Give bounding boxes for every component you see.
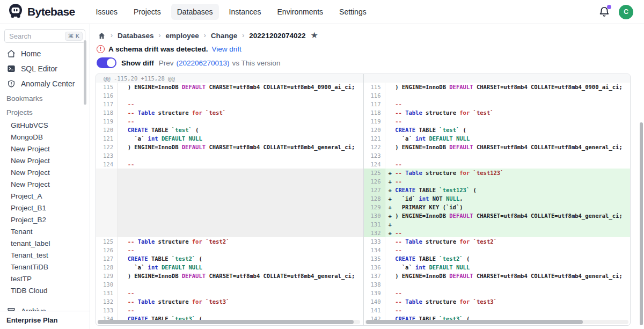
line-number: 132 [364, 229, 385, 237]
nav-right: C [598, 5, 636, 19]
diff-view: @@ -115,20 +115,28 @@115 ) ENGINE=InnoDB… [96, 74, 631, 326]
sidebar-project-item[interactable]: TenantTiDB [0, 261, 90, 273]
diff-line: 140 -- Table structure for `test3` [364, 297, 631, 306]
sidebar-project-item[interactable]: tenant_label [0, 237, 90, 249]
nav-item-instances[interactable]: Instances [223, 4, 267, 20]
line-number: 116 [96, 91, 118, 100]
sidebar-project-item[interactable]: Project_B2 [0, 214, 90, 225]
diff-pane-previous: @@ -115,20 +115,28 @@115 ) ENGINE=InnoDB… [96, 74, 363, 325]
line-code: `a` int DEFAULT NULL [385, 263, 631, 272]
sidebar-project-item[interactable]: New Project [0, 166, 90, 178]
line-code: -- Table structure for `test3` [118, 297, 363, 306]
prev-version-link[interactable]: (202206270013) [177, 59, 230, 67]
primary-nav: IssuesProjectsDatabasesInstancesEnvironm… [90, 4, 372, 20]
sidebar-item-label: Anomaly Center [21, 79, 75, 88]
diff-line: 138 [364, 280, 631, 289]
bookmark-star-icon[interactable]: ★ [310, 31, 318, 40]
sidebar-project-item[interactable]: testTP [0, 273, 90, 284]
line-number: 141 [364, 306, 385, 315]
sidebar-item-sql-editor[interactable]: SQL Editor [0, 61, 90, 76]
sidebar-project-item[interactable]: New Project [0, 155, 90, 166]
diff-line: 136 `a` int DEFAULT NULL [364, 263, 631, 272]
diff-line: 128+ `id` int NOT NULL, [364, 194, 631, 203]
line-code [118, 151, 363, 160]
nav-item-settings[interactable]: Settings [333, 4, 372, 20]
nav-item-environments[interactable]: Environments [272, 4, 330, 20]
line-code: ) ENGINE=InnoDB DEFAULT CHARSET=utf8mb4 … [118, 83, 363, 91]
line-number: 126 [364, 177, 385, 186]
sidebar-project-item[interactable]: New Project [0, 143, 90, 155]
line-number: 124 [364, 160, 385, 169]
line-code: -- [385, 100, 631, 108]
diff-line: 118 -- Table structure for `test` [96, 108, 363, 117]
sidebar-project-item[interactable]: Project_A [0, 190, 90, 202]
diff-line: 115 ) ENGINE=InnoDB DEFAULT CHARSET=utf8… [364, 83, 631, 91]
sidebar-project-item[interactable]: TiDB Cloud [0, 284, 90, 296]
left-hscroll-thumb[interactable] [98, 320, 354, 324]
nav-item-projects[interactable]: Projects [128, 4, 167, 20]
breadcrumb-item-employee[interactable]: employee [166, 32, 199, 40]
diff-gap-filler [96, 169, 363, 237]
line-number: 132 [96, 297, 118, 306]
view-drift-link[interactable]: View drift [212, 45, 241, 53]
line-number: 117 [96, 100, 118, 108]
nav-item-issues[interactable]: Issues [90, 4, 123, 20]
sidebar-item-anomaly-center[interactable]: Anomaly Center [0, 76, 90, 91]
line-number: 123 [96, 151, 118, 160]
show-diff-toggle[interactable] [97, 57, 116, 68]
sidebar-project-item[interactable]: Tenant [0, 225, 90, 237]
bytebase-logo-icon [8, 3, 24, 21]
sidebar-scrollbar[interactable] [84, 40, 86, 105]
diff-line: 122 ) ENGINE=InnoDB DEFAULT CHARSET=utf8… [364, 143, 631, 151]
line-number: 125 [364, 169, 385, 177]
breadcrumb-item-change[interactable]: Change [211, 32, 238, 40]
page-vertical-scrollbar[interactable] [640, 122, 643, 325]
line-number: 121 [96, 134, 118, 143]
diff-line: 122 ) ENGINE=InnoDB DEFAULT CHARSET=utf8… [96, 143, 363, 151]
line-number: 131 [96, 289, 118, 297]
line-code: + ) ENGINE=InnoDB DEFAULT CHARSET=utf8mb… [385, 211, 631, 220]
diff-line: 115 ) ENGINE=InnoDB DEFAULT CHARSET=utf8… [96, 83, 363, 91]
sidebar-project-item[interactable]: MongoDB [0, 131, 90, 143]
search-input[interactable]: Search ⌘ K [4, 29, 85, 43]
sidebar-project-item[interactable]: New Project [0, 178, 90, 190]
diff-line: 130 [96, 280, 363, 289]
line-number: 127 [96, 254, 118, 263]
diff-toolbar: Show diff Prev (202206270013) vs This ve… [97, 57, 280, 68]
line-number: 122 [364, 143, 385, 151]
line-code [385, 151, 631, 160]
notifications-bell-icon[interactable] [598, 6, 610, 18]
prev-label: Prev [159, 59, 174, 67]
sidebar-project-item[interactable]: Project_B1 [0, 202, 90, 214]
nav-item-databases[interactable]: Databases [171, 4, 219, 20]
sql-editor-icon [7, 64, 16, 73]
line-code: ) ENGINE=InnoDB DEFAULT CHARSET=utf8mb4 … [385, 83, 631, 91]
sidebar: Search ⌘ K HomeSQL EditorAnomaly Center … [0, 24, 90, 329]
breadcrumb-item-databases[interactable]: Databases [118, 32, 154, 40]
avatar[interactable]: C [619, 5, 633, 19]
line-code: -- Table structure for `test3` [385, 297, 631, 306]
diff-line: 123 [364, 151, 631, 160]
app-root: Bytebase IssuesProjectsDatabasesInstance… [0, 0, 644, 329]
sidebar-item-home[interactable]: Home [0, 46, 90, 61]
line-number: 136 [364, 263, 385, 272]
diff-line: 119 -- [96, 117, 363, 126]
sidebar-project-item[interactable]: Tenant_test [0, 249, 90, 261]
line-code: + -- [385, 229, 631, 237]
line-code: `a` int DEFAULT NULL [118, 134, 363, 143]
line-number: 120 [364, 126, 385, 134]
diff-line: 128 `a` int DEFAULT NULL [96, 263, 363, 272]
sidebar-section-projects: Projects [0, 105, 90, 119]
diff-line: 129 ) ENGINE=InnoDB DEFAULT CHARSET=utf8… [96, 272, 363, 280]
plan-badge: Enterprise Plan [0, 311, 90, 329]
line-number: 118 [364, 108, 385, 117]
sidebar-project-item[interactable]: GitHubVCS [0, 119, 90, 131]
bytebase-logo[interactable]: Bytebase [8, 3, 75, 21]
search-placeholder: Search [9, 32, 65, 40]
home-icon[interactable] [98, 32, 106, 40]
right-hscroll-thumb[interactable] [366, 320, 583, 324]
diff-line: 116 [96, 91, 363, 100]
diff-line: 121 `a` int DEFAULT NULL [364, 134, 631, 143]
line-code: -- Table structure for `test` [118, 108, 363, 117]
line-number: 138 [364, 280, 385, 289]
